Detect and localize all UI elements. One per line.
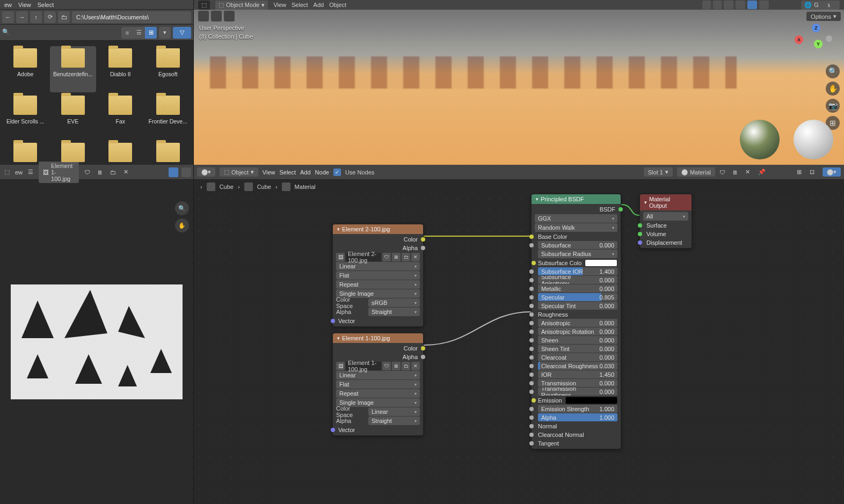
search-input[interactable] <box>13 27 119 39</box>
zoom-icon[interactable]: 🔍 <box>175 201 189 215</box>
new-icon[interactable]: 🗎 <box>392 362 401 370</box>
axis-neg[interactable] <box>826 35 832 42</box>
xray-toggle[interactable] <box>713 1 722 9</box>
zoom-icon[interactable]: 🔍 <box>826 64 840 78</box>
open-image-icon[interactable]: 🗀 <box>108 167 118 177</box>
axis-x[interactable]: X <box>795 35 803 44</box>
material-selector[interactable]: ⬤ Material <box>677 167 715 177</box>
slider-specular[interactable]: Specular0.805 <box>538 293 617 301</box>
breadcrumb-item[interactable]: Material <box>295 184 316 190</box>
object-data-selector[interactable]: ⬚ Object ▾ <box>220 167 258 177</box>
slider-subsurface[interactable]: Subsurface0.000 <box>538 241 617 249</box>
view-grid-button[interactable]: ⊞ <box>145 27 157 39</box>
output-bsdf[interactable]: BSDF <box>532 205 621 214</box>
unlink-icon[interactable]: ✕ <box>745 169 754 176</box>
new-icon[interactable]: 🗎 <box>392 253 401 261</box>
menu-view[interactable]: View <box>273 2 286 8</box>
pin-icon[interactable]: 📌 <box>758 169 767 176</box>
cursor-tool-icon[interactable] <box>211 11 222 21</box>
snap-icon[interactable]: ⊞ <box>797 169 805 176</box>
menu-select[interactable]: Select <box>279 169 296 176</box>
move-tool-icon[interactable] <box>224 11 235 21</box>
select-tool-icon[interactable] <box>198 11 209 21</box>
alphamode-dropdown[interactable]: Straight <box>368 417 420 425</box>
slot-selector[interactable]: Slot 1 ▾ <box>644 167 673 177</box>
shading-rendered[interactable] <box>759 1 769 9</box>
fake-user-icon[interactable]: 🛡 <box>719 169 728 176</box>
node-title[interactable]: ▾Material Output <box>640 194 692 210</box>
menu-view[interactable]: ew <box>15 169 23 176</box>
slider-transmission-roughness[interactable]: Transmission Roughness0.000 <box>538 388 617 396</box>
folder-item[interactable]: Adobe <box>2 46 49 92</box>
forward-button[interactable]: → <box>16 11 28 23</box>
folder-item[interactable]: Fax <box>97 93 144 140</box>
folder-item[interactable]: Benutzerdefin... <box>50 46 97 92</box>
shading-solid[interactable] <box>736 1 745 9</box>
menu-select[interactable]: Select <box>292 2 308 8</box>
folder-item[interactable]: Egosoft <box>145 46 192 92</box>
input-vector[interactable]: Vector <box>333 317 423 325</box>
output-alpha[interactable]: Alpha <box>333 353 423 361</box>
up-button[interactable]: ↑ <box>30 11 42 23</box>
new-folder-button[interactable]: 🗀 <box>58 11 70 23</box>
folder-item[interactable]: Diablo II <box>97 46 144 92</box>
fake-user-icon[interactable]: 🛡 <box>382 362 391 370</box>
distribution-dropdown[interactable]: GGX <box>535 214 617 223</box>
menu-icon[interactable]: ☰ <box>26 167 35 177</box>
unlink-icon[interactable]: ✕ <box>411 362 420 370</box>
input-roughness[interactable]: Roughness <box>532 310 621 318</box>
proportional-button[interactable] <box>830 1 840 9</box>
slider-subsurface-anisotropy[interactable]: Subsurface Anisotropy0.000 <box>538 276 617 284</box>
folder-item[interactable] <box>145 141 192 165</box>
slider-sheen-tint[interactable]: Sheen Tint0.000 <box>538 345 617 353</box>
slider-transmission[interactable]: Transmission0.000 <box>538 379 617 387</box>
slider-clearcoat[interactable]: Clearcoat0.000 <box>538 353 617 361</box>
image-texture-node-2[interactable]: ▾Element 1-100.jpg Color Alpha 🖼 Element… <box>332 333 424 436</box>
camera-icon[interactable]: 📷 <box>826 99 840 113</box>
slider-subsurface-ior[interactable]: Subsurface IOR1.400 <box>538 267 617 275</box>
output-color[interactable]: Color <box>333 235 423 244</box>
nav-gizmo[interactable]: Z Y X <box>800 24 832 56</box>
projection-dropdown[interactable]: Flat <box>336 380 420 389</box>
menu-item[interactable]: View <box>18 2 31 8</box>
slider-specular-tint[interactable]: Specular Tint0.000 <box>538 302 617 310</box>
slider-ior[interactable]: IOR1.450 <box>538 370 617 378</box>
sss-method-dropdown[interactable]: Random Walk <box>535 223 617 232</box>
3d-viewport[interactable]: ⬚ ⬚ Object Mode ▾ View Select Add Object… <box>194 0 844 165</box>
new-image-icon[interactable]: 🗎 <box>95 167 105 177</box>
display-alpha-icon[interactable] <box>181 167 191 177</box>
extension-dropdown[interactable]: Repeat <box>336 389 420 398</box>
editor-type-selector[interactable]: ⬤▾ <box>197 167 215 177</box>
shading-wireframe[interactable] <box>724 1 733 9</box>
menu-item[interactable]: Select <box>38 2 54 8</box>
slider-anisotropic[interactable]: Anisotropic0.000 <box>538 319 617 327</box>
output-alpha[interactable]: Alpha <box>333 244 423 252</box>
projection-dropdown[interactable]: Flat <box>336 271 420 280</box>
folder-item[interactable]: Frontier Deve... <box>145 93 192 140</box>
shading-material[interactable] <box>747 1 757 9</box>
breadcrumb-item[interactable]: Cube <box>220 184 234 190</box>
node-title[interactable]: ▾Element 2-100.jpg <box>333 224 423 234</box>
unlink-icon[interactable]: ✕ <box>121 167 130 177</box>
fake-user-icon[interactable]: 🛡 <box>382 253 391 261</box>
view-detail-button[interactable]: ☰ <box>133 27 145 39</box>
editor-type-icon[interactable]: ⬚ <box>2 167 12 177</box>
open-icon[interactable]: 🗀 <box>402 362 410 370</box>
snap-button[interactable] <box>818 1 828 9</box>
image-file-field[interactable]: 🖼 Element 2-100.jpg 🛡 🗎 🗀 ✕ <box>336 253 420 261</box>
input-vector[interactable]: Vector <box>333 426 423 434</box>
pan-icon[interactable]: ✋ <box>175 218 189 232</box>
menu-add[interactable]: Add <box>300 169 311 176</box>
back-button[interactable]: ← <box>2 11 14 23</box>
alphamode-dropdown[interactable]: Straight <box>368 308 420 316</box>
slider-anisotropic-rotation[interactable]: Anisotropic Rotation0.000 <box>538 327 617 335</box>
mode-selector[interactable]: ⬚ Object Mode ▾ <box>215 1 268 10</box>
colorspace-dropdown[interactable]: sRGB <box>368 298 420 307</box>
colorspace-dropdown[interactable]: Linear <box>368 407 420 416</box>
node-title[interactable]: ▾Principled BSDF <box>532 194 621 204</box>
slider-metallic[interactable]: Metallic0.000 <box>538 284 617 293</box>
input-clearcoat-normal[interactable]: Clearcoat Normal <box>532 430 621 439</box>
menu-view[interactable]: View <box>263 169 275 176</box>
menu-node[interactable]: Node <box>315 169 329 176</box>
input-tangent[interactable]: Tangent <box>532 439 621 447</box>
